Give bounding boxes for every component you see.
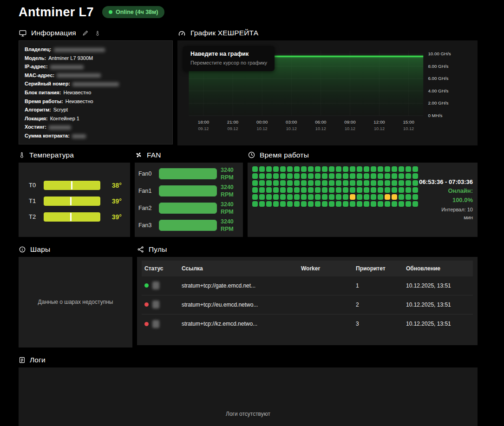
uptime-interval-cell — [308, 201, 314, 207]
uptime-interval-cell — [336, 201, 341, 207]
shares-panel: Данные о шарах недоступны — [19, 257, 132, 347]
uptime-interval-cell — [273, 201, 279, 207]
uptime-interval-cell — [287, 194, 293, 200]
info-section-title: Информация — [31, 29, 76, 37]
info-field: Хостинг: — [25, 123, 167, 131]
fan-rpm-unit: RPM — [221, 208, 239, 216]
uptime-interval-cell — [364, 180, 369, 186]
fan-section-title: FAN — [147, 151, 161, 159]
logs-section-title: Логи — [30, 356, 46, 364]
pool-row[interactable]: stratum+tcp://gate.emcd.net...110.12.202… — [142, 276, 473, 295]
fan-bar-track — [159, 185, 217, 197]
uptime-interval-cell — [308, 187, 314, 193]
tooltip-subtitle: Переместите курсор по графику — [190, 60, 267, 66]
temperature-section-header: Температура — [19, 149, 130, 161]
bottom-row: Шары Данные о шарах недоступны Пулы Стат… — [19, 243, 478, 347]
svg-text:09.12: 09.12 — [198, 126, 209, 131]
uptime-interval-cell — [301, 173, 307, 179]
uptime-interval-cell — [315, 166, 321, 172]
pool-status-cell — [142, 320, 179, 328]
fan-rpm: 3240RPM — [221, 184, 239, 199]
uptime-interval-cell — [252, 173, 258, 179]
svg-text:10.00 GH/s: 10.00 GH/s — [428, 51, 451, 56]
uptime-interval-cell — [399, 187, 404, 193]
uptime-interval-cell — [308, 173, 314, 179]
fan-row: Fan23240RPM — [138, 200, 239, 216]
uptime-interval-cell — [259, 187, 265, 193]
fan-bar — [159, 169, 216, 179]
uptime-interval-cell — [392, 187, 397, 193]
uptime-interval-cell — [378, 180, 383, 186]
fan-rpm-unit: RPM — [221, 191, 239, 198]
uptime-interval-cell — [406, 180, 411, 186]
uptime-interval-cell — [301, 180, 307, 186]
uptime-interval-cell — [322, 180, 327, 186]
page-header: Antminer L7 Online (4ч 38м) — [19, 3, 478, 21]
info-field: Время работы:Неизвестно — [25, 97, 167, 106]
uptime-interval-cell — [364, 201, 369, 207]
info-field-value: Неизвестно — [63, 90, 91, 95]
redacted-value — [72, 82, 119, 86]
shares-section: Шары Данные о шарах недоступны — [19, 243, 132, 347]
uptime-interval-cell — [350, 194, 355, 200]
logs-document-icon — [19, 356, 26, 364]
shares-section-header: Шары — [19, 243, 132, 256]
info-field: Локация:Контейнер 1 — [25, 114, 167, 123]
uptime-online-value: 100.0% — [418, 196, 473, 205]
uptime-interval-cell — [294, 173, 300, 179]
pool-row[interactable]: stratum+tcp://eu.emcd.netwo...210.12.202… — [142, 295, 473, 315]
temperature-value: 38° — [106, 182, 122, 189]
info-field: MAC-адрес: — [25, 71, 167, 80]
shares-section-title: Шары — [30, 245, 50, 254]
chart-tooltip: Наведите на график Переместите курсор по… — [183, 46, 275, 71]
uptime-interval-cell — [329, 173, 334, 179]
hashrate-chart-panel[interactable]: Наведите на график Переместите курсор по… — [177, 40, 478, 145]
uptime-interval-cell — [336, 180, 341, 186]
info-field: IP-адрес: — [25, 62, 167, 71]
uptime-interval-cell — [322, 201, 327, 207]
redacted-chip — [152, 320, 159, 328]
pool-status-cell — [142, 282, 179, 289]
uptime-interval-cell — [273, 180, 279, 186]
uptime-interval-cell — [266, 187, 272, 193]
uptime-interval-cell — [399, 173, 404, 179]
pool-status-dot — [144, 302, 149, 307]
uptime-interval-cell — [371, 173, 376, 179]
uptime-interval-cell — [392, 194, 397, 200]
info-field-label: IP-адрес: — [25, 64, 48, 69]
fan-label: Fan3 — [138, 222, 155, 229]
uptime-interval-cell — [329, 187, 334, 193]
info-field-label: Блок питания: — [25, 90, 61, 95]
uptime-interval-cell — [308, 180, 314, 186]
fan-label: Fan0 — [138, 170, 155, 177]
pools-column-header: Worker — [298, 265, 353, 272]
edit-pencil-icon[interactable] — [82, 30, 89, 36]
logs-section-header: Логи — [19, 354, 478, 366]
uptime-interval-cell — [259, 166, 265, 172]
pools-section: Пулы СтатусСсылкаWorkerПриоритетОбновлен… — [137, 243, 478, 345]
svg-text:10.12: 10.12 — [345, 126, 355, 131]
pools-section-header: Пулы — [137, 243, 478, 256]
uptime-interval-cell — [294, 166, 300, 172]
uptime-interval-cell — [301, 166, 307, 172]
fan-rpm-value: 3240 — [221, 166, 239, 174]
uptime-interval-cell — [315, 194, 321, 200]
svg-text:10.12: 10.12 — [315, 126, 326, 131]
uptime-section-header: Время работы — [248, 149, 478, 161]
pool-priority: 3 — [353, 321, 403, 327]
uptime-interval-cell — [357, 194, 362, 200]
info-field-value: Контейнер 1 — [50, 116, 79, 121]
uptime-interval-cell — [371, 194, 376, 200]
thermometer-toggle-icon[interactable] — [95, 30, 100, 37]
pool-row[interactable]: stratum+tcp://kz.emcd.netwo...310.12.202… — [142, 315, 473, 334]
uptime-interval-cell — [399, 166, 404, 172]
uptime-interval-cell — [343, 166, 348, 172]
pools-network-icon — [137, 246, 144, 253]
uptime-interval-cell — [406, 173, 411, 179]
info-field-label: Серийный номер: — [25, 81, 70, 86]
uptime-interval-cell — [280, 173, 286, 179]
uptime-interval-cell — [294, 201, 300, 207]
temperature-rows: T038°T139°T239° — [19, 163, 130, 237]
info-field-label: MAC-адрес: — [25, 72, 54, 78]
uptime-interval-cell — [329, 201, 334, 207]
